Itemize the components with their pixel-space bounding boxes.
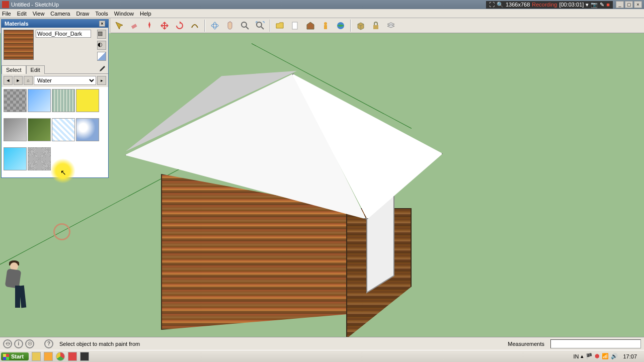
- svg-rect-0: [131, 24, 137, 29]
- toolbar-separator: [204, 20, 205, 32]
- help-icon[interactable]: ?: [44, 339, 53, 348]
- shield-icon[interactable]: ⬢: [595, 353, 600, 359]
- materials-tabs: Select Edit: [2, 65, 108, 74]
- explorer-icon[interactable]: [32, 352, 41, 361]
- category-dropdown[interactable]: Water: [34, 76, 96, 85]
- minimize-button[interactable]: _: [616, 1, 624, 8]
- material-preview[interactable]: [4, 30, 34, 60]
- menu-window[interactable]: Window: [114, 11, 134, 17]
- nav-forward-icon[interactable]: ►: [14, 76, 23, 85]
- geo-off-icon[interactable]: ⦵: [3, 339, 12, 348]
- swatch-rock-gray[interactable]: [4, 89, 27, 112]
- eyedropper-icon[interactable]: [97, 65, 106, 74]
- swatch-water-blue-grad[interactable]: [28, 89, 51, 112]
- status-message: Select object to match paint from: [59, 341, 502, 347]
- media-icon[interactable]: [44, 352, 53, 361]
- swatch-green-grad[interactable]: [28, 118, 51, 141]
- measurements-label: Measurements: [504, 341, 548, 347]
- model-house[interactable]: [121, 73, 443, 337]
- eraser-tool-icon[interactable]: [128, 19, 141, 32]
- menu-file[interactable]: File: [2, 11, 11, 17]
- swatch-water-stripes[interactable]: [52, 89, 75, 112]
- materials-titlebar[interactable]: Materials ×: [2, 20, 108, 28]
- svg-point-1: [211, 24, 218, 27]
- menu-draw[interactable]: Draw: [76, 11, 89, 17]
- swatch-gray-grad[interactable]: [4, 118, 27, 141]
- window-title: Untitled - SketchUp: [11, 2, 486, 8]
- credits-icon[interactable]: i: [14, 339, 23, 348]
- measurements-input[interactable]: [550, 339, 641, 348]
- zoom-extents-icon[interactable]: [254, 19, 267, 32]
- swatch-yellow[interactable]: [76, 89, 99, 112]
- window-buttons: _ ▢ ×: [616, 1, 642, 8]
- tab-edit[interactable]: Edit: [26, 65, 45, 74]
- swatch-grid: [2, 87, 108, 177]
- toolbar-separator: [270, 20, 271, 32]
- pan-tool-icon[interactable]: [223, 19, 236, 32]
- swatch-water-grid[interactable]: [52, 118, 75, 141]
- swatch-sky-clouds[interactable]: [76, 118, 99, 141]
- open-folder-icon[interactable]: [274, 19, 287, 32]
- zoom-tool-icon[interactable]: [238, 19, 252, 32]
- swatch-cyan-grad[interactable]: [4, 147, 27, 170]
- system-tray[interactable]: IN ▴ 🏴 ⬢ 📶 🔊 17:07: [570, 353, 643, 359]
- recorder-task-icon[interactable]: [80, 352, 89, 361]
- layers-icon[interactable]: [384, 19, 397, 32]
- lang-indicator[interactable]: IN: [573, 353, 579, 359]
- svg-point-8: [324, 22, 327, 25]
- orbit-tool-icon[interactable]: [208, 19, 221, 32]
- menu-camera[interactable]: Camera: [50, 11, 70, 17]
- details-icon[interactable]: ▸: [97, 76, 106, 85]
- sketchup-task-icon[interactable]: [68, 352, 77, 361]
- start-button[interactable]: Start: [1, 352, 29, 360]
- lock-icon[interactable]: [369, 19, 382, 32]
- svg-line-4: [246, 27, 249, 29]
- help-circle-icon[interactable]: ☉: [25, 339, 34, 348]
- svg-point-2: [213, 22, 216, 29]
- nav-back-icon[interactable]: ◄: [4, 76, 13, 85]
- menu-tools[interactable]: Tools: [95, 11, 108, 17]
- volume-icon[interactable]: 🔊: [611, 353, 618, 359]
- globe-icon[interactable]: [334, 19, 347, 32]
- materials-title: Materials: [5, 21, 29, 27]
- materials-panel[interactable]: Materials × ▥ ◐ Select Edit ◄ ► ⌂ Water …: [1, 19, 109, 178]
- svg-rect-7: [292, 22, 297, 29]
- new-doc-icon[interactable]: [289, 19, 302, 32]
- flag-icon[interactable]: 🏴: [586, 353, 593, 359]
- warehouse-icon[interactable]: [304, 19, 317, 32]
- close-button[interactable]: ×: [634, 1, 642, 8]
- panel-close-icon[interactable]: ×: [99, 21, 105, 27]
- chrome-icon[interactable]: [56, 352, 65, 361]
- maximize-button[interactable]: ▢: [625, 1, 633, 8]
- menu-help[interactable]: Help: [140, 11, 151, 17]
- pushpin-icon[interactable]: [143, 19, 156, 32]
- material-name-input[interactable]: [36, 30, 91, 38]
- click-indicator: [53, 223, 70, 240]
- tray-expand-icon[interactable]: ▴: [581, 353, 584, 359]
- nav-home-icon[interactable]: ⌂: [24, 76, 33, 85]
- menu-edit[interactable]: Edit: [17, 11, 27, 17]
- swatch-noise-gray[interactable]: [28, 147, 51, 170]
- menu-view[interactable]: View: [33, 11, 45, 17]
- offset-tool-icon[interactable]: [188, 19, 201, 32]
- create-material-icon[interactable]: ▥: [97, 30, 106, 39]
- toolbar-separator: [350, 20, 351, 32]
- svg-rect-9: [324, 25, 327, 29]
- default-material-icon[interactable]: [97, 52, 106, 61]
- main-toolbar: [111, 18, 644, 33]
- status-bar: ⦵ i ☉ ? Select object to match paint fro…: [0, 337, 644, 350]
- move-tool-icon[interactable]: [158, 19, 171, 32]
- scale-figure[interactable]: [3, 260, 33, 311]
- clock[interactable]: 17:07: [620, 353, 640, 359]
- menu-bar: File Edit View Camera Draw Tools Window …: [0, 9, 644, 18]
- tab-select[interactable]: Select: [2, 65, 26, 74]
- svg-rect-11: [373, 25, 378, 29]
- box-icon[interactable]: [354, 19, 367, 32]
- set-default-icon[interactable]: ◐: [97, 41, 106, 50]
- person-icon[interactable]: [319, 19, 332, 32]
- rotate-tool-icon[interactable]: [173, 19, 186, 32]
- network-icon[interactable]: 📶: [602, 353, 609, 359]
- recording-overlay[interactable]: ⛶🔍 1366x768 Recording [00:03:01] ▾📷✎ ■: [486, 1, 613, 9]
- app-icon: [2, 1, 9, 8]
- select-tool-icon[interactable]: [113, 19, 126, 32]
